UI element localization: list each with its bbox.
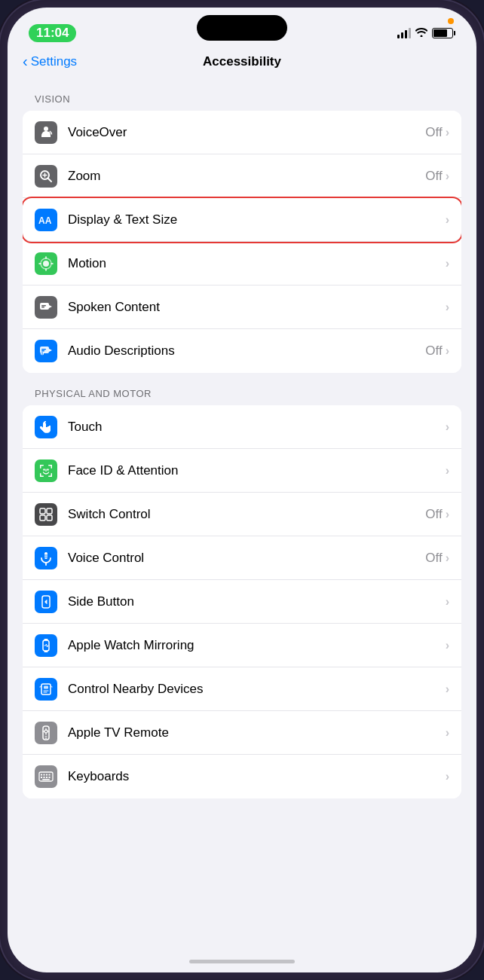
motion-icon xyxy=(35,252,57,275)
switch-chevron: › xyxy=(446,508,449,521)
switch-icon xyxy=(35,503,57,526)
svg-rect-52 xyxy=(45,736,47,737)
watch-chevron: › xyxy=(446,639,449,652)
voiceover-icon xyxy=(35,121,57,144)
keyboard-chevron: › xyxy=(446,770,449,783)
spoken-chevron: › xyxy=(446,301,449,314)
watch-icon xyxy=(35,634,57,657)
svg-rect-42 xyxy=(41,684,51,695)
tv-chevron: › xyxy=(446,726,449,740)
watch-row[interactable]: Apple Watch Mirroring › xyxy=(23,624,461,667)
voice-chevron: › xyxy=(446,551,449,565)
side-label: Side Button xyxy=(68,594,446,609)
svg-rect-13 xyxy=(41,305,46,307)
touch-label: Touch xyxy=(68,420,446,435)
voiceover-chevron: › xyxy=(446,126,449,139)
page-title: Accessibility xyxy=(203,54,281,69)
voiceover-row[interactable]: VoiceOver Off › xyxy=(23,111,461,154)
touch-icon xyxy=(35,416,57,438)
control-chevron: › xyxy=(446,682,449,696)
audio-value: Off xyxy=(425,343,442,359)
voice-row[interactable]: Voice Control Off › xyxy=(23,536,461,580)
time-display: 11:04 xyxy=(29,24,76,42)
status-icons xyxy=(397,27,455,39)
svg-rect-53 xyxy=(45,737,47,739)
svg-rect-26 xyxy=(51,473,53,477)
content-area: VISION VoiceOver Off › xyxy=(8,78,476,960)
faceid-row[interactable]: Face ID & Attention › xyxy=(23,449,461,493)
spoken-row[interactable]: Spoken Content › xyxy=(23,285,461,329)
tv-row[interactable]: Apple TV Remote › xyxy=(23,711,461,755)
svg-rect-14 xyxy=(41,307,44,308)
display-label: Display & Text Size xyxy=(68,212,446,227)
display-row[interactable]: AA Display & Text Size › xyxy=(23,198,461,242)
spoken-icon xyxy=(35,296,57,319)
section-header-vision: VISION xyxy=(8,78,476,111)
svg-rect-59 xyxy=(41,777,42,778)
side-row[interactable]: Side Button › xyxy=(23,580,461,624)
svg-rect-33 xyxy=(47,515,52,521)
svg-point-0 xyxy=(44,127,48,131)
switch-value: Off xyxy=(425,507,442,522)
back-label: Settings xyxy=(31,54,77,69)
keyboard-row[interactable]: Keyboards › xyxy=(23,755,461,798)
touch-chevron: › xyxy=(446,420,449,434)
wifi-icon xyxy=(415,27,427,39)
tv-label: Apple TV Remote xyxy=(68,725,446,740)
tv-icon xyxy=(35,722,57,744)
zoom-icon xyxy=(35,165,57,188)
control-label: Control Nearby Devices xyxy=(68,682,446,697)
switch-row[interactable]: Switch Control Off › xyxy=(23,493,461,536)
svg-rect-24 xyxy=(51,465,53,469)
svg-rect-17 xyxy=(41,350,44,352)
audio-row[interactable]: Audio Descriptions Off › xyxy=(23,329,461,373)
zoom-chevron: › xyxy=(446,169,449,183)
touch-row[interactable]: Touch › xyxy=(23,405,461,449)
svg-rect-62 xyxy=(49,777,51,778)
battery-icon xyxy=(432,28,455,38)
display-chevron: › xyxy=(446,213,449,227)
zoom-row[interactable]: Zoom Off › xyxy=(23,154,461,198)
spoken-label: Spoken Content xyxy=(68,300,446,315)
svg-rect-31 xyxy=(47,508,52,514)
back-chevron-icon: ‹ xyxy=(23,53,28,69)
switch-label: Switch Control xyxy=(68,507,425,522)
svg-rect-40 xyxy=(44,639,48,641)
keyboard-label: Keyboards xyxy=(68,769,446,784)
svg-rect-58 xyxy=(49,774,51,776)
audio-label: Audio Descriptions xyxy=(68,343,425,359)
svg-rect-25 xyxy=(40,473,41,477)
svg-rect-23 xyxy=(40,465,41,469)
zoom-value: Off xyxy=(425,169,442,184)
voiceover-value: Off xyxy=(425,125,442,140)
svg-line-2 xyxy=(48,178,52,182)
svg-rect-61 xyxy=(46,777,47,778)
audio-icon xyxy=(35,340,57,362)
side-icon xyxy=(35,591,57,613)
control-row[interactable]: Control Nearby Devices › xyxy=(23,667,461,711)
voice-label: Voice Control xyxy=(68,551,425,566)
zoom-label: Zoom xyxy=(68,169,425,184)
motion-row[interactable]: Motion › xyxy=(23,242,461,285)
svg-rect-32 xyxy=(40,515,45,521)
svg-text:AA: AA xyxy=(38,215,52,226)
svg-rect-43 xyxy=(44,685,48,688)
svg-point-28 xyxy=(47,469,48,470)
svg-rect-16 xyxy=(41,349,46,350)
physical-group: Touch › xyxy=(23,405,461,798)
phone-shell: 11:04 xyxy=(0,0,484,980)
voice-icon xyxy=(35,547,57,569)
svg-point-47 xyxy=(44,730,47,733)
svg-rect-57 xyxy=(46,774,47,776)
faceid-icon xyxy=(35,459,57,482)
svg-rect-60 xyxy=(44,777,45,778)
status-bar: 11:04 xyxy=(8,8,476,48)
audio-chevron: › xyxy=(446,344,449,358)
svg-rect-55 xyxy=(41,774,42,776)
back-button[interactable]: ‹ Settings xyxy=(23,54,77,69)
side-chevron: › xyxy=(446,595,449,609)
vision-group: VoiceOver Off › Zoom Off xyxy=(23,111,461,373)
svg-rect-41 xyxy=(44,650,48,652)
faceid-chevron: › xyxy=(446,464,449,478)
section-header-physical: PHYSICAL AND MOTOR xyxy=(8,373,476,405)
